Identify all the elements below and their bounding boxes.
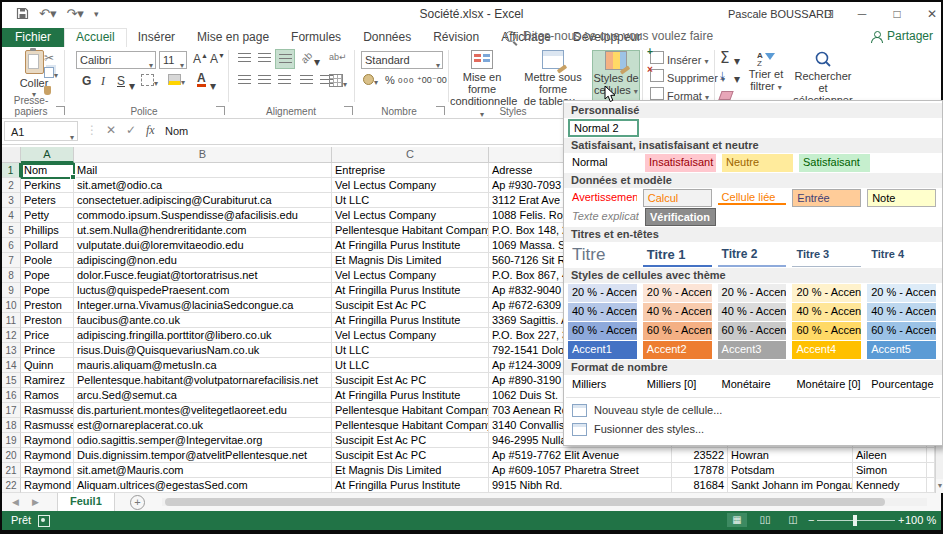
zoom-slider-thumb[interactable] — [853, 515, 857, 526]
style-item-accent3[interactable]: Accent3 — [718, 341, 787, 359]
column-header-A[interactable]: A — [21, 147, 74, 163]
cell-C14[interactable]: Ut LLC — [332, 358, 489, 373]
cell-B15[interactable]: Pellentesque.habitant@volutpatornarefaci… — [74, 373, 332, 388]
style-item-60-accent5[interactable]: 60 % - Accent5 — [867, 322, 936, 340]
cell-B5[interactable]: ut.sem.Nulla@hendreritidante.com — [74, 223, 332, 238]
style-item-accent1[interactable]: Accent1 — [568, 341, 637, 359]
cell-C5[interactable]: Pellentesque Habitant Company — [332, 223, 489, 238]
style-item-mon-taire[interactable]: Monétaire — [718, 376, 787, 394]
orientation-dropdown-icon[interactable]: ▾ — [314, 55, 320, 69]
row-header-20[interactable]: 20 — [2, 448, 21, 463]
style-item-cellule-li-e[interactable]: Cellule liée — [718, 189, 787, 205]
page-break-view-icon[interactable]: ◫ — [783, 513, 803, 527]
column-header-C[interactable]: C — [332, 147, 489, 163]
cell-B2[interactable]: sit.amet@odio.ca — [74, 178, 332, 193]
cell-F21[interactable]: Potsdam — [728, 463, 853, 478]
cell-C21[interactable]: Et Magnis Dis Limited — [332, 463, 489, 478]
cell-C6[interactable]: At Fringilla Purus Institute — [332, 238, 489, 253]
accounting-format-icon[interactable]: ▾ — [363, 74, 378, 88]
cell-B9[interactable]: luctus@quispedePraesent.com — [74, 283, 332, 298]
ribbon-tab-révision[interactable]: Révision — [422, 28, 490, 47]
copy-icon[interactable]: ▾ — [44, 67, 58, 81]
underline-button[interactable]: S — [117, 74, 125, 88]
row-header-17[interactable]: 17 — [2, 403, 21, 418]
cell-C15[interactable]: Suscipit Est Ac PC — [332, 373, 489, 388]
style-item-60-accent4[interactable]: 60 % - Accent4 — [792, 322, 861, 340]
alignment-dialog-launcher[interactable] — [344, 106, 353, 115]
macro-record-icon[interactable] — [38, 515, 50, 527]
cell-B1[interactable]: Mail — [74, 163, 332, 178]
ribbon-tab-fichier[interactable]: Fichier — [2, 28, 64, 47]
cell-B19[interactable]: odio.sagittis.semper@Integervitae.org — [74, 433, 332, 448]
cell-B8[interactable]: dolor.Fusce.feugiat@tortoratrisus.net — [74, 268, 332, 283]
maximize-button[interactable]: □ — [882, 2, 912, 26]
row-header-18[interactable]: 18 — [2, 418, 21, 433]
cell-A5[interactable]: Phillips — [21, 223, 74, 238]
style-item-v-rification[interactable]: Vérification — [645, 208, 716, 226]
merge-center-icon[interactable]: ▾ — [329, 74, 347, 90]
cell-A11[interactable]: Preston — [21, 313, 74, 328]
scroll-down-icon[interactable]: ▼ — [936, 479, 943, 493]
sheet-nav-left-icon[interactable]: ◀ — [12, 497, 19, 507]
row-header-9[interactable]: 9 — [2, 283, 21, 298]
cell-D21[interactable]: Ap #609-1057 Pharetra Street — [489, 463, 672, 478]
style-item-40-accent4[interactable]: 40 % - Accent4 — [792, 303, 861, 321]
wrap-text-icon[interactable]: ab↵ — [329, 52, 347, 62]
style-item-40-accent2[interactable]: 40 % - Accent2 — [643, 303, 712, 321]
borders-icon[interactable]: ▾ — [141, 74, 158, 89]
style-item-20-accent5[interactable]: 20 % - Accent5 — [867, 284, 936, 302]
cell-B20[interactable]: Duis.dignissim.tempor@atvelitPellentesqu… — [74, 448, 332, 463]
cell-C22[interactable]: At Fringilla Purus Institute — [332, 478, 489, 493]
cell-B3[interactable]: consectetuer.adipiscing@Curabiturut.ca — [74, 193, 332, 208]
cell-F20[interactable]: Howran — [728, 448, 853, 463]
cell-B7[interactable]: adipiscing@non.edu — [74, 253, 332, 268]
style-item-mon-taire-0-[interactable]: Monétaire [0] — [792, 376, 861, 394]
row-header-6[interactable]: 6 — [2, 238, 21, 253]
decrease-indent-icon[interactable] — [297, 71, 315, 89]
align-bottom-icon[interactable] — [275, 49, 295, 69]
cell-B4[interactable]: commodo.ipsum.Suspendisse@afacilisis.edu — [74, 208, 332, 223]
name-box[interactable]: A1▾ — [4, 121, 78, 141]
sheet-nav-right-icon[interactable]: ▶ — [32, 497, 39, 507]
style-item-40-accent1[interactable]: 40 % - Accent1 — [568, 303, 637, 321]
style-item-milliers[interactable]: Milliers — [568, 376, 637, 394]
row-header-8[interactable]: 8 — [2, 268, 21, 283]
number-format-combo[interactable]: Standard▾ — [361, 51, 443, 69]
style-item-normal[interactable]: Normal — [568, 154, 639, 172]
cell-A22[interactable]: Raymond — [21, 478, 74, 493]
cell-H22[interactable] — [927, 478, 935, 493]
style-item-40-accent5[interactable]: 40 % - Accent5 — [867, 303, 936, 321]
cell-C18[interactable]: Pellentesque Habitant Company — [332, 418, 489, 433]
cell-C10[interactable]: Suscipit Est Ac PC — [332, 298, 489, 313]
cell-G20[interactable]: Aileen — [853, 448, 927, 463]
bold-button[interactable]: G — [82, 74, 91, 88]
row-header-21[interactable]: 21 — [2, 463, 21, 478]
row-header-1[interactable]: 1 — [2, 163, 21, 178]
ribbon-tab-accueil[interactable]: Accueil — [64, 28, 127, 47]
fill-dropdown-icon[interactable]: ▾ — [734, 72, 740, 86]
ribbon-tab-données[interactable]: Données — [352, 28, 422, 47]
cell-A12[interactable]: Price — [21, 328, 74, 343]
style-item-milliers-0-[interactable]: Milliers [0] — [643, 376, 712, 394]
cell-C19[interactable]: Suscipit Est Ac PC — [332, 433, 489, 448]
style-item-60-accent3[interactable]: 60 % - Accent3 — [718, 322, 787, 340]
cell-A7[interactable]: Poole — [21, 253, 74, 268]
column-header-B[interactable]: B — [74, 147, 332, 163]
row-header-2[interactable]: 2 — [2, 178, 21, 193]
decrease-decimal-icon[interactable]: ⁻00 — [432, 75, 447, 85]
horizontal-scrollbar-thumb[interactable] — [165, 498, 885, 506]
row-header-16[interactable]: 16 — [2, 388, 21, 403]
cell-A16[interactable]: Ramos — [21, 388, 74, 403]
row-header-22[interactable]: 22 — [2, 478, 21, 493]
cell-A20[interactable]: Raymond — [21, 448, 74, 463]
cell-C11[interactable]: At Fringilla Purus Institute — [332, 313, 489, 328]
select-all-corner[interactable] — [2, 147, 21, 163]
cell-C1[interactable]: Entreprise — [332, 163, 489, 178]
row-header-12[interactable]: 12 — [2, 328, 21, 343]
cell-H21[interactable] — [927, 463, 935, 478]
row-header-19[interactable]: 19 — [2, 433, 21, 448]
font-size-combo[interactable]: 11▾ — [159, 51, 187, 69]
cell-A9[interactable]: Pope — [21, 283, 74, 298]
insert-cells-button[interactable]: Insérer ▾ — [650, 51, 708, 66]
style-item-60-accent1[interactable]: 60 % - Accent1 — [568, 322, 637, 340]
